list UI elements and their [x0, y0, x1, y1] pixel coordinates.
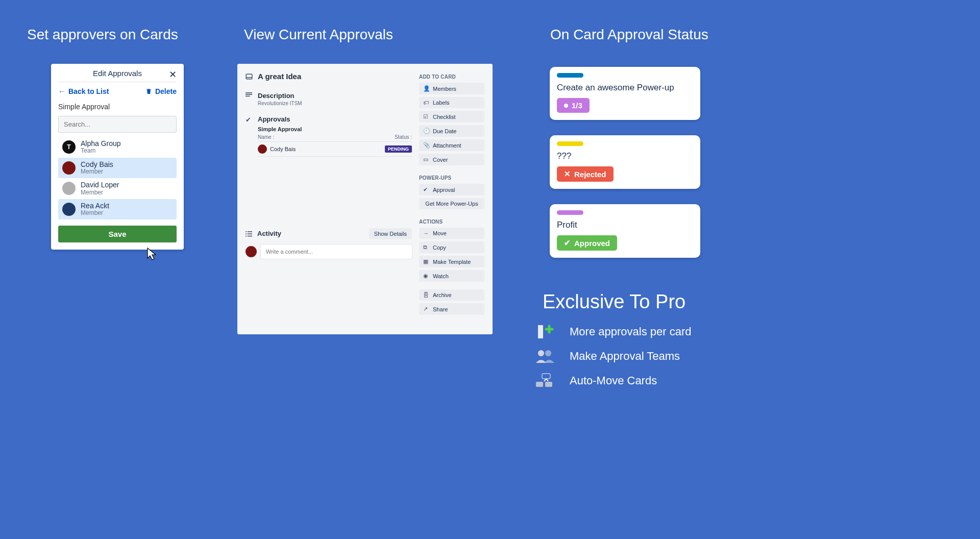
approvals-label: Approvals: [258, 115, 412, 123]
status-badge: 1/3: [557, 98, 590, 113]
duedate-button[interactable]: 🕘Due Date: [419, 125, 484, 137]
archive-button[interactable]: 🗄Archive: [419, 289, 484, 301]
approvals-row: Cody Bais PENDING: [258, 142, 412, 157]
paperclip-icon: 📎: [423, 142, 429, 149]
pro-feature-label: Auto-Move Cards: [570, 374, 657, 387]
status-card[interactable]: Profit✔Approved: [550, 204, 700, 258]
eye-icon: ◉: [423, 273, 429, 279]
svg-rect-5: [246, 231, 247, 232]
clock-icon: 🕘: [423, 128, 429, 134]
archive-label: Archive: [433, 292, 452, 298]
duedate-label: Due Date: [433, 128, 456, 134]
back-to-list-label: Back to List: [68, 87, 109, 95]
dot-icon: [564, 104, 568, 108]
approver-name: Cody Bais: [270, 146, 296, 152]
status-badge-text: Approved: [574, 239, 610, 248]
pro-feature-row: Make Approval Teams: [535, 347, 680, 365]
card-label: [557, 141, 583, 146]
description-text: Revolutionize ITSM: [258, 101, 412, 106]
check-icon: ✔: [423, 186, 429, 193]
labels-button[interactable]: 🏷Labels: [419, 97, 484, 108]
status-badge: ✔Approved: [557, 235, 617, 251]
card-title: A great Idea: [258, 72, 301, 81]
pro-feature-row: More approvals per card: [535, 323, 691, 341]
copy-button[interactable]: ⧉Copy: [419, 241, 484, 253]
svg-rect-8: [248, 233, 252, 234]
edit-approvals-popover: Edit Approvals ✕ ← Back to List Delete S…: [51, 64, 184, 250]
heading-card-status: On Card Approval Status: [550, 27, 708, 43]
share-icon: ↗: [423, 306, 429, 312]
members-button[interactable]: 👤Members: [419, 83, 484, 94]
save-button[interactable]: Save: [58, 226, 177, 242]
comment-input[interactable]: [261, 244, 412, 259]
svg-rect-10: [248, 235, 252, 236]
svg-rect-9: [246, 235, 247, 236]
watch-button[interactable]: ◉Watch: [419, 270, 484, 282]
member-name: Alpha Group: [81, 140, 121, 148]
svg-point-12: [538, 350, 544, 356]
search-input[interactable]: [58, 116, 177, 133]
pro-feature-label: Make Approval Teams: [570, 350, 680, 363]
svg-rect-15: [545, 382, 552, 387]
cover-label: Cover: [433, 157, 448, 163]
attachment-button[interactable]: 📎Attachment: [419, 139, 484, 151]
make-template-label: Make Template: [433, 259, 471, 265]
approval-powerup-button[interactable]: ✔Approval: [419, 184, 484, 195]
svg-rect-16: [542, 374, 550, 379]
avatar: [246, 246, 257, 257]
delete-label: Delete: [155, 87, 177, 95]
x-icon: ✕: [564, 169, 571, 179]
make-template-button[interactable]: ▦Make Template: [419, 256, 484, 267]
svg-rect-2: [246, 92, 252, 93]
share-label: Share: [433, 306, 448, 312]
status-card[interactable]: ???✕Rejected: [550, 135, 700, 189]
svg-rect-7: [246, 233, 247, 234]
labels-label: Labels: [433, 100, 449, 106]
member-row[interactable]: TAlpha GroupTeam: [58, 137, 177, 158]
approvals-head-status: Status :: [395, 134, 412, 140]
member-role: Member: [81, 210, 109, 216]
exclusive-to-pro-heading: Exclusive To Pro: [543, 291, 685, 313]
card-label: [557, 73, 583, 78]
approval-label: Approval: [433, 187, 455, 193]
status-card-title: ???: [557, 151, 693, 161]
member-name: Rea Ackt: [81, 202, 109, 210]
check-icon: ✔: [246, 116, 253, 157]
watch-label: Watch: [433, 273, 449, 279]
checklist-icon: ☑: [423, 113, 429, 120]
copy-label: Copy: [433, 244, 446, 251]
avatar: T: [62, 140, 76, 154]
member-row[interactable]: Rea AcktMember: [58, 199, 177, 220]
avatar: [62, 203, 76, 216]
pro-feature-label: More approvals per card: [570, 325, 691, 338]
status-card-title: Create an awesome Power-up: [557, 83, 693, 93]
svg-point-13: [545, 350, 551, 356]
show-details-button[interactable]: Show Details: [369, 228, 412, 239]
delete-link[interactable]: Delete: [145, 87, 177, 95]
approvals-subtitle: Simple Approval: [258, 126, 412, 132]
get-more-label: Get More Power-Ups: [425, 201, 478, 207]
side-heading-actions: ACTIONS: [419, 219, 484, 225]
status-badge: ✕Rejected: [557, 166, 614, 182]
svg-rect-3: [246, 94, 252, 95]
status-badge-text: 1/3: [572, 101, 582, 110]
member-row[interactable]: David LoperMember: [58, 178, 177, 199]
avatar: [258, 144, 267, 154]
member-row[interactable]: Cody BaisMember: [58, 158, 177, 179]
get-more-powerups-button[interactable]: Get More Power-Ups: [419, 198, 484, 209]
move-button[interactable]: →Move: [419, 228, 484, 239]
checklist-button[interactable]: ☑Checklist: [419, 111, 484, 122]
status-badge-text: Rejected: [574, 170, 606, 179]
card-label: [557, 210, 583, 215]
pro-feature-row: Auto-Move Cards: [535, 372, 657, 390]
cover-button[interactable]: ▭Cover: [419, 154, 484, 165]
approval-name-label: Simple Approval: [58, 103, 177, 111]
status-card-title: Profit: [557, 220, 693, 230]
back-to-list-link[interactable]: ← Back to List: [58, 87, 109, 95]
member-role: Member: [81, 189, 119, 196]
share-button[interactable]: ↗Share: [419, 303, 484, 315]
svg-rect-11: [538, 325, 543, 338]
side-heading-add: ADD TO CARD: [419, 74, 484, 80]
status-card[interactable]: Create an awesome Power-up1/3: [550, 67, 700, 120]
close-icon[interactable]: ✕: [169, 69, 177, 80]
